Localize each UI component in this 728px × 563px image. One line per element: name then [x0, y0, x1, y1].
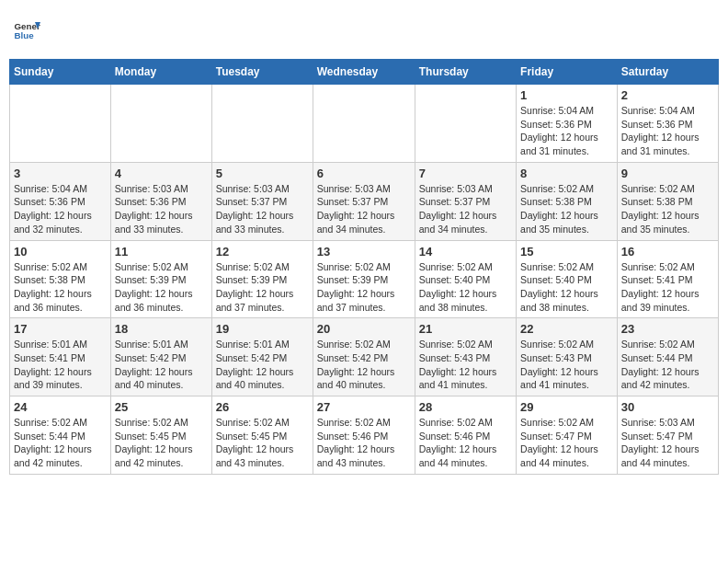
day-info: Sunrise: 5:01 AM Sunset: 5:41 PM Dayligh…: [14, 338, 107, 392]
weekday-wednesday: Wednesday: [313, 60, 415, 85]
calendar-cell: 12Sunrise: 5:02 AM Sunset: 5:39 PM Dayli…: [211, 240, 313, 318]
day-info: Sunrise: 5:02 AM Sunset: 5:45 PM Dayligh…: [115, 416, 208, 470]
day-number: 27: [317, 400, 411, 414]
day-info: Sunrise: 5:04 AM Sunset: 5:36 PM Dayligh…: [14, 182, 107, 236]
calendar-cell: 1Sunrise: 5:04 AM Sunset: 5:36 PM Daylig…: [517, 85, 618, 163]
day-info: Sunrise: 5:03 AM Sunset: 5:37 PM Dayligh…: [419, 182, 512, 236]
day-info: Sunrise: 5:03 AM Sunset: 5:36 PM Dayligh…: [115, 182, 208, 236]
calendar-cell: 30Sunrise: 5:03 AM Sunset: 5:47 PM Dayli…: [617, 396, 718, 475]
calendar-week-3: 10Sunrise: 5:02 AM Sunset: 5:38 PM Dayli…: [10, 240, 719, 318]
weekday-saturday: Saturday: [617, 60, 718, 85]
calendar-week-4: 17Sunrise: 5:01 AM Sunset: 5:41 PM Dayli…: [10, 318, 719, 396]
weekday-thursday: Thursday: [415, 60, 516, 85]
calendar-week-1: 1Sunrise: 5:04 AM Sunset: 5:36 PM Daylig…: [10, 85, 719, 163]
calendar-cell: 13Sunrise: 5:02 AM Sunset: 5:39 PM Dayli…: [313, 240, 415, 318]
calendar-cell: 15Sunrise: 5:02 AM Sunset: 5:40 PM Dayli…: [517, 240, 618, 318]
day-info: Sunrise: 5:02 AM Sunset: 5:38 PM Dayligh…: [520, 182, 613, 236]
calendar-week-2: 3Sunrise: 5:04 AM Sunset: 5:36 PM Daylig…: [10, 162, 719, 240]
calendar-cell: 23Sunrise: 5:02 AM Sunset: 5:44 PM Dayli…: [617, 318, 718, 396]
day-info: Sunrise: 5:02 AM Sunset: 5:39 PM Dayligh…: [115, 260, 208, 315]
calendar-cell: 22Sunrise: 5:02 AM Sunset: 5:43 PM Dayli…: [517, 318, 618, 396]
day-info: Sunrise: 5:01 AM Sunset: 5:42 PM Dayligh…: [216, 338, 309, 392]
day-info: Sunrise: 5:04 AM Sunset: 5:36 PM Dayligh…: [621, 104, 714, 158]
day-info: Sunrise: 5:04 AM Sunset: 5:36 PM Dayligh…: [520, 104, 613, 158]
day-number: 25: [115, 400, 208, 414]
day-info: Sunrise: 5:03 AM Sunset: 5:47 PM Dayligh…: [621, 416, 714, 470]
day-number: 6: [317, 167, 411, 180]
day-info: Sunrise: 5:02 AM Sunset: 5:46 PM Dayligh…: [317, 416, 411, 470]
svg-text:Blue: Blue: [15, 30, 35, 40]
day-info: Sunrise: 5:02 AM Sunset: 5:38 PM Dayligh…: [621, 182, 714, 236]
calendar-cell: 10Sunrise: 5:02 AM Sunset: 5:38 PM Dayli…: [10, 240, 111, 318]
calendar-cell: 8Sunrise: 5:02 AM Sunset: 5:38 PM Daylig…: [517, 162, 618, 240]
day-number: 26: [216, 400, 309, 414]
calendar-cell: 5Sunrise: 5:03 AM Sunset: 5:37 PM Daylig…: [211, 162, 313, 240]
calendar-cell: 2Sunrise: 5:04 AM Sunset: 5:36 PM Daylig…: [617, 85, 718, 163]
day-number: 4: [115, 167, 208, 180]
day-info: Sunrise: 5:03 AM Sunset: 5:37 PM Dayligh…: [216, 182, 309, 236]
day-info: Sunrise: 5:02 AM Sunset: 5:40 PM Dayligh…: [419, 260, 512, 315]
calendar-cell: 11Sunrise: 5:02 AM Sunset: 5:39 PM Dayli…: [110, 240, 211, 318]
day-number: 10: [14, 245, 107, 259]
calendar-cell: 29Sunrise: 5:02 AM Sunset: 5:47 PM Dayli…: [517, 396, 618, 475]
day-number: 22: [520, 322, 613, 336]
day-number: 21: [419, 322, 512, 336]
calendar-cell: 25Sunrise: 5:02 AM Sunset: 5:45 PM Dayli…: [110, 396, 211, 475]
day-number: 24: [14, 400, 107, 414]
calendar-cell: [415, 85, 516, 163]
calendar-cell: [10, 85, 111, 163]
calendar-cell: 14Sunrise: 5:02 AM Sunset: 5:40 PM Dayli…: [415, 240, 516, 318]
calendar-table: SundayMondayTuesdayWednesdayThursdayFrid…: [9, 59, 719, 475]
day-number: 1: [520, 88, 613, 102]
day-info: Sunrise: 5:03 AM Sunset: 5:37 PM Dayligh…: [317, 182, 411, 236]
weekday-monday: Monday: [110, 60, 211, 85]
day-info: Sunrise: 5:02 AM Sunset: 5:43 PM Dayligh…: [419, 338, 512, 392]
calendar-cell: 7Sunrise: 5:03 AM Sunset: 5:37 PM Daylig…: [415, 162, 516, 240]
calendar-cell: [211, 85, 313, 163]
day-number: 28: [419, 400, 512, 414]
day-info: Sunrise: 5:02 AM Sunset: 5:38 PM Dayligh…: [14, 260, 107, 315]
calendar-body: 1Sunrise: 5:04 AM Sunset: 5:36 PM Daylig…: [10, 85, 719, 475]
day-number: 8: [520, 167, 613, 180]
calendar-cell: [313, 85, 415, 163]
weekday-tuesday: Tuesday: [211, 60, 313, 85]
logo-icon: General Blue: [13, 17, 40, 44]
day-number: 14: [419, 245, 512, 259]
day-number: 18: [115, 322, 208, 336]
calendar-cell: 9Sunrise: 5:02 AM Sunset: 5:38 PM Daylig…: [617, 162, 718, 240]
day-number: 30: [621, 400, 714, 414]
day-info: Sunrise: 5:02 AM Sunset: 5:40 PM Dayligh…: [520, 260, 613, 315]
calendar-cell: 6Sunrise: 5:03 AM Sunset: 5:37 PM Daylig…: [313, 162, 415, 240]
weekday-friday: Friday: [517, 60, 618, 85]
day-info: Sunrise: 5:02 AM Sunset: 5:46 PM Dayligh…: [419, 416, 512, 470]
calendar-cell: 18Sunrise: 5:01 AM Sunset: 5:42 PM Dayli…: [110, 318, 211, 396]
day-info: Sunrise: 5:01 AM Sunset: 5:42 PM Dayligh…: [115, 338, 208, 392]
day-number: 2: [621, 88, 714, 102]
weekday-sunday: Sunday: [10, 60, 111, 85]
calendar-week-5: 24Sunrise: 5:02 AM Sunset: 5:44 PM Dayli…: [10, 396, 719, 475]
calendar-cell: 27Sunrise: 5:02 AM Sunset: 5:46 PM Dayli…: [313, 396, 415, 475]
calendar-cell: 19Sunrise: 5:01 AM Sunset: 5:42 PM Dayli…: [211, 318, 313, 396]
calendar-cell: 17Sunrise: 5:01 AM Sunset: 5:41 PM Dayli…: [10, 318, 111, 396]
calendar-cell: 21Sunrise: 5:02 AM Sunset: 5:43 PM Dayli…: [415, 318, 516, 396]
calendar-cell: [110, 85, 211, 163]
calendar-cell: 16Sunrise: 5:02 AM Sunset: 5:41 PM Dayli…: [617, 240, 718, 318]
day-number: 9: [621, 167, 714, 180]
day-info: Sunrise: 5:02 AM Sunset: 5:39 PM Dayligh…: [317, 260, 411, 315]
day-number: 19: [216, 322, 309, 336]
day-number: 11: [115, 245, 208, 259]
calendar-cell: 20Sunrise: 5:02 AM Sunset: 5:42 PM Dayli…: [313, 318, 415, 396]
day-number: 3: [14, 167, 107, 180]
calendar-cell: 26Sunrise: 5:02 AM Sunset: 5:45 PM Dayli…: [211, 396, 313, 475]
day-info: Sunrise: 5:02 AM Sunset: 5:47 PM Dayligh…: [520, 416, 613, 470]
day-info: Sunrise: 5:02 AM Sunset: 5:41 PM Dayligh…: [621, 260, 714, 315]
calendar-cell: 28Sunrise: 5:02 AM Sunset: 5:46 PM Dayli…: [415, 396, 516, 475]
calendar-header: SundayMondayTuesdayWednesdayThursdayFrid…: [10, 60, 719, 85]
day-number: 23: [621, 322, 714, 336]
calendar-cell: 3Sunrise: 5:04 AM Sunset: 5:36 PM Daylig…: [10, 162, 111, 240]
day-info: Sunrise: 5:02 AM Sunset: 5:39 PM Dayligh…: [216, 260, 309, 315]
day-number: 20: [317, 322, 411, 336]
logo: General Blue: [13, 17, 40, 44]
day-number: 16: [621, 245, 714, 259]
calendar-cell: 24Sunrise: 5:02 AM Sunset: 5:44 PM Dayli…: [10, 396, 111, 475]
